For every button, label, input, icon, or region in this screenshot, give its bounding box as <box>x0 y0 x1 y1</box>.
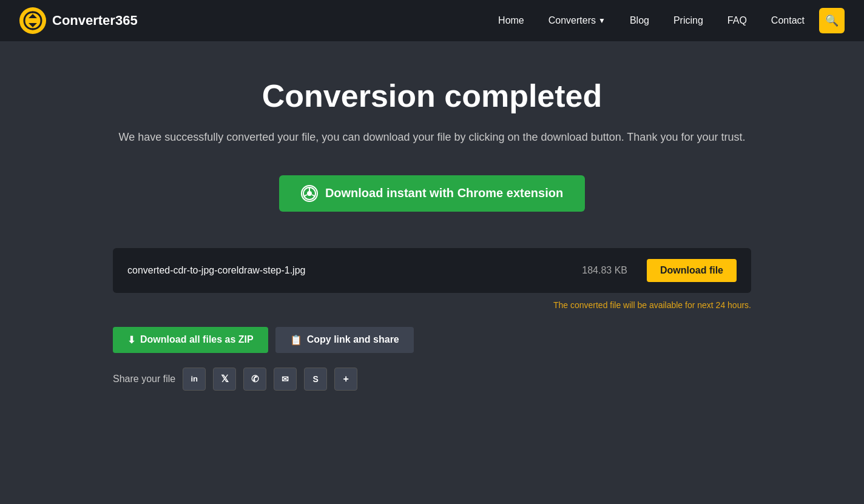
download-zip-button[interactable]: ⬇ Download all files as ZIP <box>113 327 268 353</box>
logo-icon <box>19 7 46 34</box>
share-label: Share your file <box>113 374 175 385</box>
conversion-subtitle: We have successfully converted your file… <box>113 129 751 146</box>
nav-blog[interactable]: Blog <box>620 10 659 31</box>
chrome-extension-button[interactable]: Download instant with Chrome extension <box>279 175 585 212</box>
nav-faq[interactable]: FAQ <box>718 10 757 31</box>
skype-icon: S <box>313 374 319 384</box>
file-name: converted-cdr-to-jpg-coreldraw-step-1.jp… <box>127 265 572 276</box>
linkedin-icon: in <box>191 374 198 383</box>
skype-button[interactable]: S <box>304 368 327 391</box>
linkedin-button[interactable]: in <box>183 368 206 391</box>
more-icon: + <box>343 374 349 385</box>
twitter-button[interactable]: 𝕏 <box>213 368 236 391</box>
search-button[interactable]: 🔍 <box>819 8 845 33</box>
logo[interactable]: Converter365 <box>19 7 138 34</box>
nav-pricing[interactable]: Pricing <box>664 10 713 31</box>
brand-name: Converter365 <box>52 13 138 29</box>
nav-home[interactable]: Home <box>488 10 534 31</box>
main-nav: Home Converters ▼ Blog Pricing FAQ Conta… <box>488 8 845 33</box>
bottom-actions: ⬇ Download all files as ZIP 📋 Copy link … <box>113 327 751 353</box>
whatsapp-button[interactable]: ✆ <box>243 368 266 391</box>
availability-text: The converted file will be available for… <box>113 300 751 310</box>
nav-contact[interactable]: Contact <box>761 10 814 31</box>
svg-point-2 <box>307 191 312 196</box>
conversion-title: Conversion completed <box>113 78 751 114</box>
download-file-button[interactable]: Download file <box>647 259 737 282</box>
chrome-icon <box>301 185 318 202</box>
twitter-icon: 𝕏 <box>221 373 229 385</box>
download-icon: ⬇ <box>127 334 135 346</box>
link-icon: 📋 <box>290 334 302 346</box>
share-row: Share your file in 𝕏 ✆ ✉ S + <box>113 368 751 391</box>
email-button[interactable]: ✉ <box>274 368 297 391</box>
file-size: 184.83 KB <box>582 265 627 276</box>
file-row: converted-cdr-to-jpg-coreldraw-step-1.jp… <box>113 248 751 293</box>
converters-chevron-icon: ▼ <box>598 16 606 25</box>
search-icon: 🔍 <box>825 14 839 27</box>
email-icon: ✉ <box>282 374 289 384</box>
copy-link-button[interactable]: 📋 Copy link and share <box>275 327 414 353</box>
more-share-button[interactable]: + <box>334 368 357 391</box>
whatsapp-icon: ✆ <box>251 374 259 385</box>
nav-converters[interactable]: Converters ▼ <box>539 10 615 31</box>
